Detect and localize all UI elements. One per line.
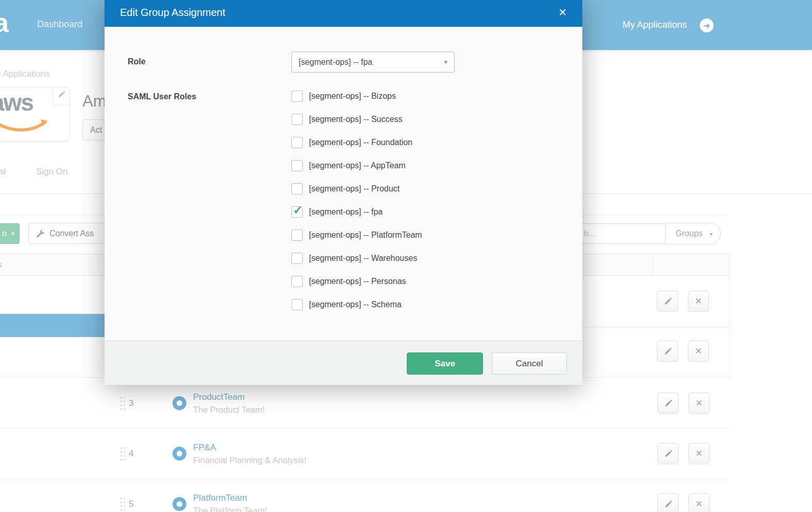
checkbox[interactable]	[291, 160, 303, 171]
checkbox[interactable]	[291, 114, 303, 125]
saml-role-option[interactable]: ✓ [segment-ops] -- fpa	[291, 206, 422, 218]
saml-roles-checkbox-list: [segment-ops] -- Bizops [segment-ops] --…	[291, 91, 422, 310]
saml-role-option[interactable]: [segment-ops] -- PlatformTeam	[291, 229, 422, 241]
saml-role-option[interactable]: [segment-ops] -- Warehouses	[291, 253, 422, 264]
checkbox[interactable]	[291, 183, 303, 195]
checkbox[interactable]	[291, 137, 303, 148]
checkbox[interactable]	[291, 299, 303, 310]
saml-role-label: [segment-ops] -- fpa	[309, 207, 383, 217]
saml-role-label: [segment-ops] -- Personas	[309, 277, 406, 286]
saml-role-label: [segment-ops] -- PlatformTeam	[309, 231, 422, 240]
caret-down-icon: ▾	[444, 52, 447, 72]
saml-role-label: [segment-ops] -- Product	[309, 184, 400, 193]
saml-role-label: [segment-ops] -- Warehouses	[309, 254, 417, 263]
role-label: Role	[128, 57, 146, 66]
modal-footer: Save Cancel	[105, 341, 582, 385]
saml-role-label: [segment-ops] -- Success	[309, 115, 402, 124]
saml-role-option[interactable]: [segment-ops] -- Bizops	[291, 91, 422, 102]
modal-title: Edit Group Assignment	[120, 0, 226, 25]
role-select[interactable]: [segment-ops] -- fpa ▾	[291, 51, 455, 73]
saml-role-option[interactable]: [segment-ops] -- Personas	[291, 276, 422, 287]
close-icon[interactable]: ✕	[558, 0, 567, 25]
saml-role-option[interactable]: [segment-ops] -- Schema	[291, 299, 422, 310]
saml-role-option[interactable]: [segment-ops] -- Success	[291, 114, 422, 125]
saml-role-label: [segment-ops] -- AppTeam	[309, 161, 406, 170]
saml-role-label: [segment-ops] -- Bizops	[309, 92, 396, 101]
saml-role-label: [segment-ops] -- Foundation	[309, 138, 412, 147]
checkbox[interactable]	[291, 91, 303, 102]
edit-group-assignment-modal: Edit Group Assignment ✕ Role [segment-op…	[105, 0, 582, 385]
saml-user-roles-label: SAML User Roles	[128, 92, 196, 101]
checkbox[interactable]	[291, 276, 303, 287]
saml-role-option[interactable]: [segment-ops] -- AppTeam	[291, 160, 422, 171]
saml-role-option[interactable]: [segment-ops] -- Foundation	[291, 137, 422, 148]
checkbox[interactable]	[291, 253, 303, 264]
saml-role-option[interactable]: [segment-ops] -- Product	[291, 183, 422, 195]
checkbox[interactable]	[291, 229, 303, 241]
saml-role-label: [segment-ops] -- Schema	[309, 300, 402, 309]
screen: a Dashboard My Applications ➜ o Applicat…	[0, 0, 812, 512]
cancel-button[interactable]: Cancel	[492, 352, 567, 375]
modal-header: Edit Group Assignment ✕	[105, 0, 582, 27]
save-button[interactable]: Save	[407, 352, 483, 375]
role-select-value: [segment-ops] -- fpa	[299, 52, 372, 72]
checkbox[interactable]: ✓	[291, 206, 303, 218]
check-icon: ✓	[293, 204, 302, 217]
